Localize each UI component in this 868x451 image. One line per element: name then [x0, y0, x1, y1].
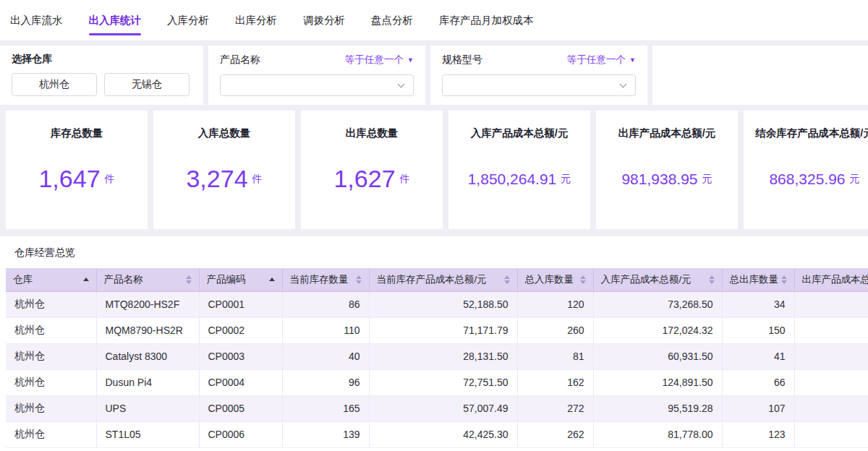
stat-number: 1,850,264.91: [468, 171, 557, 188]
stat-label: 入库产品成本总额/元: [471, 126, 569, 140]
nav-tab[interactable]: 出入库统计: [89, 0, 142, 40]
column-label: 当前库存数量: [290, 273, 349, 286]
table-cell: 95,519.28: [593, 395, 722, 421]
table-cell: 123: [722, 421, 794, 447]
column-label: 产品编码: [207, 273, 246, 286]
table-cell: CP0003: [199, 343, 282, 369]
sort-icon: [186, 275, 192, 284]
stat-card: 出库产品成本总额/元981,938.95元: [596, 111, 738, 229]
column-label: 产品名称: [104, 273, 143, 286]
table-cell: 41: [722, 343, 794, 369]
product-name-operator-dropdown[interactable]: 等于任意一个 ▼: [345, 53, 414, 66]
table-cell: 42,425.30: [369, 421, 517, 447]
warehouse-button-wuxi[interactable]: 无锡仓: [104, 73, 190, 96]
stat-card: 结余库存产品成本总额/元868,325.96元: [744, 111, 868, 229]
table-cell: MTQ8200-HS2F: [96, 291, 199, 317]
nav-tab[interactable]: 盘点分析: [371, 0, 413, 40]
sort-icon: [356, 275, 362, 284]
overview-table-section: 仓库经营总览 仓库产品名称产品编码当前库存数量当前库存产品成本总额/元总入库数量…: [0, 236, 868, 451]
table-row: 杭州仓ST1L05CP000613942,425.3026281,778.001…: [6, 421, 868, 447]
sort-icon: [269, 278, 275, 281]
stat-card: 库存总数量1,647件: [6, 111, 148, 229]
stat-number: 981,938.95: [621, 171, 697, 188]
empty-filter-panel: [652, 46, 868, 105]
table-cell: [794, 291, 868, 317]
column-header[interactable]: 当前库存产品成本总额/元: [369, 268, 517, 291]
stat-unit: 件: [252, 173, 263, 186]
nav-tab[interactable]: 调拨分析: [303, 0, 345, 40]
column-header-inner: 总入库数量: [525, 273, 586, 286]
stat-value: 868,325.96元: [769, 140, 859, 218]
spec-model-operator-dropdown[interactable]: 等于任意一个 ▼: [567, 53, 636, 66]
stat-unit: 元: [850, 173, 860, 186]
stat-card: 入库产品成本总额/元1,850,264.91元: [448, 111, 590, 229]
table-cell: CP0005: [199, 395, 282, 421]
column-header[interactable]: 产品名称: [96, 268, 199, 291]
sort-icon: [580, 275, 586, 284]
table-cell: 40: [282, 343, 369, 369]
table-cell: 81,778.00: [593, 421, 722, 447]
table-cell: 34: [722, 291, 794, 317]
table-row: 杭州仓UPSCP000516557,007.4927295,519.28107: [6, 395, 868, 421]
nav-tab[interactable]: 出入库流水: [10, 0, 63, 40]
stat-label: 出库产品成本总额/元: [618, 126, 716, 140]
spec-model-operator-text: 等于任意一个: [567, 53, 626, 66]
nav-tab[interactable]: 入库分析: [167, 0, 209, 40]
stat-unit: 件: [400, 173, 410, 186]
table-row: 杭州仓MQM8790-HS2RCP000211071,171.79260172,…: [6, 317, 868, 343]
stat-value: 1,647件: [38, 140, 114, 218]
nav-tab[interactable]: 出库分析: [235, 0, 277, 40]
column-header[interactable]: 出库产品成本总额/元: [794, 268, 868, 291]
table-cell: 60,931.50: [593, 343, 722, 369]
column-label: 总出库数量: [730, 273, 778, 286]
table-cell: CP0001: [199, 291, 282, 317]
sort-icon: [504, 275, 510, 284]
product-name-filter-panel: 产品名称 等于任意一个 ▼: [208, 46, 425, 105]
warehouse-filter-panel: 选择仓库 杭州仓 无锡仓: [0, 46, 203, 105]
column-header[interactable]: 当前库存数量: [282, 268, 369, 291]
sort-asc-icon: [781, 275, 787, 279]
column-header[interactable]: 产品编码: [199, 268, 282, 291]
stat-value: 1,850,264.91元: [468, 140, 571, 218]
column-header[interactable]: 总入库数量: [517, 268, 593, 291]
stat-label: 出库总数量: [346, 126, 399, 140]
sort-asc-icon: [504, 275, 510, 279]
table-cell: 66: [722, 369, 794, 395]
product-name-select[interactable]: [220, 74, 414, 96]
spec-model-select[interactable]: [442, 74, 636, 96]
column-header[interactable]: 仓库: [6, 268, 96, 291]
chevron-down-icon: [620, 81, 627, 88]
nav-tab[interactable]: 库存产品月加权成本: [439, 0, 534, 40]
column-header-inner: 入库产品成本总额/元: [601, 273, 715, 286]
table-cell: Dusun Pi4: [96, 369, 199, 395]
warehouse-button-hangzhou[interactable]: 杭州仓: [12, 73, 97, 96]
sort-desc-icon: [709, 280, 715, 284]
table-cell: 262: [517, 421, 593, 447]
column-label: 当前库存产品成本总额/元: [377, 273, 487, 286]
sort-asc-icon: [83, 278, 89, 281]
column-label: 仓库: [13, 273, 33, 286]
table-cell: 72,751.50: [369, 369, 517, 395]
table-cell: 杭州仓: [6, 421, 96, 447]
sort-desc-icon: [186, 280, 192, 284]
table-cell: 52,188.50: [369, 291, 517, 317]
sort-asc-icon: [709, 275, 715, 279]
overview-table: 仓库产品名称产品编码当前库存数量当前库存产品成本总额/元总入库数量入库产品成本总…: [6, 268, 868, 448]
column-header[interactable]: 总出库数量: [722, 268, 794, 291]
table-cell: 120: [517, 291, 593, 317]
caret-down-icon: ▼: [629, 57, 636, 64]
stat-number: 1,627: [333, 165, 395, 193]
sort-desc-icon: [580, 280, 586, 284]
warehouse-button-group: 杭州仓 无锡仓: [12, 73, 192, 96]
stat-unit: 元: [561, 173, 571, 186]
stat-card-row: 库存总数量1,647件入库总数量3,274件出库总数量1,627件入库产品成本总…: [6, 111, 868, 229]
column-header-inner: 总出库数量: [730, 273, 787, 286]
table-cell: 81: [517, 343, 593, 369]
table-cell: 杭州仓: [6, 395, 96, 421]
table-cell: CP0004: [199, 369, 282, 395]
stat-number: 868,325.96: [769, 171, 845, 188]
table-cell: 96: [282, 369, 369, 395]
column-header[interactable]: 入库产品成本总额/元: [593, 268, 722, 291]
sort-asc-icon: [580, 275, 586, 279]
spec-model-filter-panel: 规格型号 等于任意一个 ▼: [430, 46, 647, 105]
